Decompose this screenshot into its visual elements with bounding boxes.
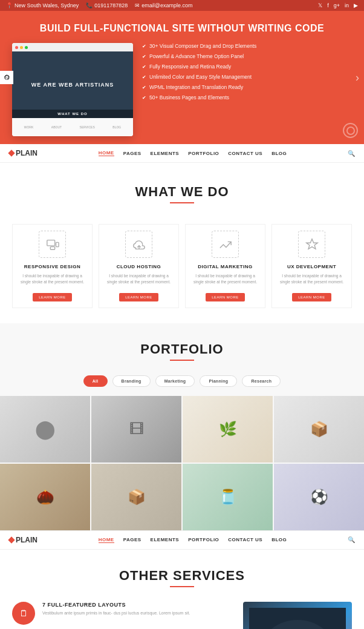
search-icon[interactable]: 🔍: [348, 150, 355, 157]
logo-diamond-icon: [8, 150, 15, 156]
svg-rect-1: [50, 246, 54, 249]
mockup-tab-4: BLOG: [112, 125, 121, 129]
hero-section: ⚙ ‹ › BUILD FULL-FUNCTIONAL SITE WITHOUT…: [0, 11, 364, 144]
portfolio-item-6[interactable]: 📦: [91, 464, 181, 530]
service-name-1: RESPONSIVE DESIGN: [18, 264, 87, 269]
filter-planning[interactable]: Planning: [200, 375, 237, 387]
bottom-nav-elements[interactable]: ELEMENTS: [151, 537, 180, 542]
mockup-dot-green: [25, 46, 28, 49]
service-card-cloud: CLOUD HOSTING I should be incapable of d…: [99, 224, 179, 308]
portfolio-item-3[interactable]: 🌿: [183, 396, 273, 463]
cloud-hosting-icon: [125, 231, 152, 258]
portfolio-item-4[interactable]: 📦: [274, 396, 364, 463]
hero-next-button[interactable]: ›: [356, 71, 359, 84]
filter-research[interactable]: Research: [242, 375, 281, 387]
twitter-icon[interactable]: 𝕏: [318, 2, 322, 8]
portfolio-img-5: 🌰: [0, 464, 90, 530]
other-image-svg: [249, 608, 346, 630]
service-btn-3[interactable]: Learn More: [206, 293, 245, 301]
bottom-nav-contact[interactable]: CONTACT US: [228, 537, 262, 542]
service-card-marketing: DIGITAL MARKETING I should be incapable …: [185, 224, 265, 308]
service-name-3: DIGITAL MARKETING: [190, 264, 260, 269]
marketing-svg: [219, 238, 232, 251]
portfolio-img-6: 📦: [91, 464, 181, 530]
top-bar-left: 📍 New South Wales, Sydney 📞 01911787828 …: [6, 2, 192, 8]
nav-pages[interactable]: PAGES: [123, 151, 141, 156]
hero-content: WE ARE WEB ARTISTIANS WHAT WE DO WORK AB…: [12, 43, 352, 136]
mockup-headline: WE ARE WEB ARTISTIANS: [25, 82, 120, 88]
email-icon: ✉: [135, 2, 140, 8]
mockup-screen: WE ARE WEB ARTISTIANS WHAT WE DO: [12, 51, 133, 118]
portfolio-item-1[interactable]: ⬤: [0, 396, 90, 463]
nav-elements[interactable]: ELEMENTS: [151, 151, 180, 156]
hero-prev-button[interactable]: ‹: [5, 71, 8, 84]
feature-item-4: Unlimited Color and Easy Style Managemen…: [142, 74, 352, 80]
service-desc-1: I should be incapable of drawing a singl…: [18, 273, 87, 285]
ux-svg: [305, 238, 319, 251]
bottom-nav-home[interactable]: HOME: [99, 537, 114, 543]
other-service-title-1: 7 FULL-FEATURED LAYOUTS: [42, 602, 190, 608]
feature-item-5: WPML Integration and Translation Ready: [142, 84, 352, 90]
mockup-subtitle: WHAT WE DO: [12, 110, 133, 118]
bottom-navbar-logo[interactable]: PLAIN: [9, 536, 37, 544]
service-btn-1[interactable]: Learn More: [33, 293, 72, 301]
mockup-tab-3: SERVICES: [80, 125, 95, 129]
portfolio-item-8[interactable]: ⚽: [274, 464, 364, 530]
feature-item-1: 30+ Visual Composer Drag and Drop Elemen…: [142, 43, 352, 49]
other-service-desc-1: Vestibulum ante ipsum primis in fauc- du…: [42, 610, 190, 617]
hero-circle-decoration: [343, 123, 358, 138]
bottom-navbar-menu: HOME PAGES ELEMENTS PORTFOLIO CONTACT US…: [99, 537, 287, 543]
portfolio-title: PORTFOLIO: [12, 341, 352, 357]
portfolio-item-7[interactable]: 🫙: [183, 464, 273, 530]
bottom-nav-portfolio[interactable]: PORTFOLIO: [188, 537, 219, 542]
mockup-browser-bar: [12, 43, 133, 51]
feature-item-6: 50+ Business Pages and Elements: [142, 94, 352, 100]
other-services-list: 🗒 7 FULL-FEATURED LAYOUTS Vestibulum ant…: [12, 602, 231, 630]
mockup-tab-2: ABOUT: [51, 125, 62, 129]
service-btn-4[interactable]: Learn More: [292, 293, 331, 301]
service-name-2: CLOUD HOSTING: [104, 264, 174, 269]
nav-blog[interactable]: BLOG: [271, 151, 287, 156]
service-btn-2[interactable]: Learn More: [119, 293, 158, 301]
responsive-svg: [46, 238, 59, 251]
service-card-responsive: RESPONSIVE DESIGN I should be incapable …: [12, 224, 93, 308]
location-icon: 📍: [6, 2, 13, 8]
service-desc-3: I should be incapable of drawing a singl…: [190, 273, 260, 285]
filter-marketing[interactable]: Marketing: [155, 375, 195, 387]
service-desc-2: I should be incapable of drawing a singl…: [104, 273, 174, 285]
nav-home[interactable]: HOME: [99, 150, 114, 156]
portfolio-item-5[interactable]: 🌰: [0, 464, 90, 530]
bottom-nav-pages[interactable]: PAGES: [123, 537, 141, 542]
mockup-dot-red: [15, 46, 18, 49]
bottom-search-icon[interactable]: 🔍: [348, 536, 355, 543]
service-desc-4: I should be incapable of drawing a singl…: [277, 273, 346, 285]
filter-all[interactable]: All: [83, 375, 108, 387]
linkedin-icon[interactable]: ▶: [354, 2, 358, 8]
bottom-logo-diamond-icon: [8, 536, 15, 543]
portfolio-img-4: 📦: [274, 396, 364, 463]
bottom-nav-blog[interactable]: BLOG: [271, 537, 287, 542]
other-services-layout: 🗒 7 FULL-FEATURED LAYOUTS Vestibulum ant…: [12, 602, 352, 630]
feature-item-2: Powerful & Advance Theme Option Panel: [142, 53, 352, 59]
top-bar: 📍 New South Wales, Sydney 📞 01911787828 …: [0, 0, 364, 11]
portfolio-item-2[interactable]: 🎞: [91, 396, 181, 463]
phone-icon: 📞: [86, 2, 93, 8]
filter-branding[interactable]: Branding: [112, 375, 151, 387]
other-service-icon-1: 🗒: [12, 602, 35, 625]
cloud-svg: [132, 238, 146, 251]
other-services-section: OTHER SERVICES 🗒 7 FULL-FEATURED LAYOUTS…: [0, 550, 364, 630]
facebook-icon[interactable]: f: [327, 2, 329, 8]
digital-marketing-icon: [212, 231, 239, 258]
portfolio-img-3: 🌿: [183, 396, 273, 463]
other-services-image: [243, 602, 352, 630]
nav-portfolio[interactable]: PORTFOLIO: [188, 151, 219, 156]
portfolio-section: ⚙ PORTFOLIO All Branding Marketing Plann…: [0, 323, 364, 530]
service-card-ux: UX DEVELOPMENT I should be incapable of …: [271, 224, 352, 308]
navbar-logo[interactable]: PLAIN: [9, 149, 37, 157]
google-plus-icon[interactable]: g+: [334, 2, 340, 8]
nav-contact[interactable]: CONTACT US: [228, 151, 262, 156]
instagram-icon[interactable]: in: [345, 2, 349, 8]
mockup-tab-1: WORK: [24, 125, 34, 129]
hero-mockup: WE ARE WEB ARTISTIANS WHAT WE DO WORK AB…: [12, 43, 133, 136]
other-image-placeholder: [243, 602, 352, 630]
